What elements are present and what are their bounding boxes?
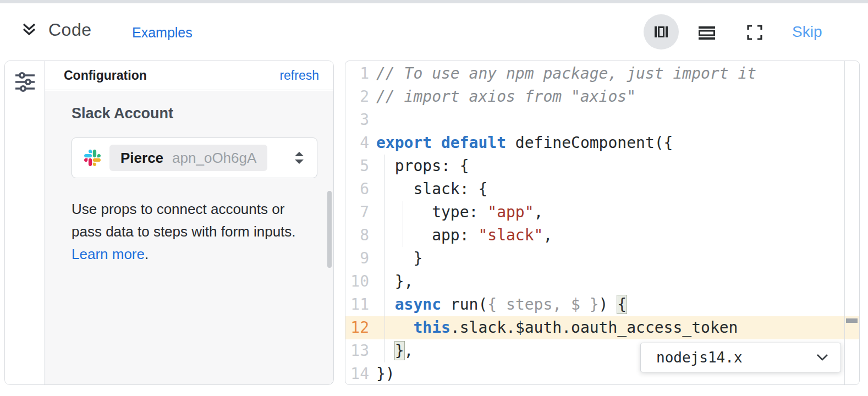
- code-line[interactable]: 8 app: "slack",: [345, 224, 859, 247]
- code-line-text: type: "app",: [376, 201, 859, 224]
- code-line[interactable]: 5 props: {: [345, 155, 859, 178]
- refresh-link[interactable]: refresh: [279, 68, 319, 83]
- code-line-text: props: {: [376, 155, 859, 178]
- slack-logo-icon: [84, 150, 101, 166]
- chevron-down-icon: [816, 354, 828, 361]
- code-line[interactable]: 7 type: "app",: [345, 201, 859, 224]
- line-number: 5: [345, 155, 376, 178]
- slack-account-label: Slack Account: [72, 105, 333, 122]
- configuration-panel: Configuration refresh Slack Account Pier…: [4, 61, 334, 385]
- code-editor-panel[interactable]: 1// To use any npm package, just import …: [345, 61, 860, 385]
- slack-account-select[interactable]: Pierce apn_oOh6gA: [72, 138, 317, 178]
- indent-guide: [384, 155, 385, 362]
- line-number: 6: [345, 178, 376, 201]
- code-line-text: slack: {: [376, 178, 859, 201]
- collapse-step-button[interactable]: [20, 21, 39, 40]
- runtime-select[interactable]: nodejs14.x: [640, 343, 841, 372]
- line-number: 1: [345, 62, 376, 85]
- code-line-text: [376, 108, 859, 131]
- config-header: Configuration refresh: [45, 61, 333, 90]
- code-line[interactable]: 11 async run({ steps, $ }) {: [345, 293, 859, 316]
- double-chevron-down-icon: [20, 21, 39, 40]
- code-line[interactable]: 6 slack: {: [345, 178, 859, 201]
- header-bar: Code Examples Skip: [0, 3, 868, 61]
- sliders-icon: [13, 70, 37, 94]
- code-line[interactable]: 9 }: [345, 247, 859, 270]
- code-line-text: app: "slack",: [376, 224, 859, 247]
- line-number: 13: [345, 339, 376, 362]
- code-line-text: },: [376, 270, 859, 293]
- code-line-text: export default defineComponent({: [376, 131, 859, 155]
- line-number: 4: [345, 131, 376, 155]
- config-title: Configuration: [64, 68, 147, 83]
- help-text: Use props to connect accounts or pass da…: [72, 198, 312, 266]
- help-text-body: Use props to connect accounts or pass da…: [72, 201, 296, 240]
- line-number: 8: [345, 224, 376, 247]
- account-pill: Pierce apn_oOh6gA: [109, 145, 267, 171]
- line-number: 14: [345, 362, 376, 385]
- split-view-button[interactable]: [644, 14, 679, 50]
- code-line[interactable]: 2// import axios from "axios": [345, 85, 859, 108]
- columns-layout-icon: [652, 23, 670, 41]
- fullscreen-icon: [746, 24, 763, 41]
- config-body: Slack Account Pierce apn_oOh6gA: [45, 91, 333, 384]
- account-token: apn_oOh6gA: [172, 150, 256, 167]
- account-name: Pierce: [120, 150, 163, 167]
- code-line-text: async run({ steps, $ }) {: [376, 293, 859, 316]
- code-line[interactable]: 10 },: [345, 270, 859, 293]
- code-line[interactable]: 3: [345, 108, 859, 131]
- line-number: 12: [345, 316, 376, 339]
- line-number: 3: [345, 108, 376, 131]
- indent-guide: [403, 201, 403, 247]
- config-main: Configuration refresh Slack Account Pier…: [45, 61, 333, 384]
- fullscreen-button[interactable]: [744, 23, 766, 42]
- code-line[interactable]: 12 this.slack.$auth.oauth_access_token: [345, 316, 859, 339]
- code-line-text: // import axios from "axios": [376, 85, 859, 108]
- page-title: Code: [48, 20, 92, 40]
- page: Code Examples Skip: [0, 0, 868, 396]
- select-updown-icon: [294, 151, 305, 165]
- learn-more-link[interactable]: Learn more: [72, 246, 145, 262]
- rows-layout-icon: [697, 24, 717, 41]
- line-number: 11: [345, 293, 376, 316]
- config-scrollbar-thumb[interactable]: [327, 191, 332, 268]
- overview-ruler-border: [844, 61, 845, 384]
- examples-link[interactable]: Examples: [132, 25, 193, 41]
- code-line[interactable]: 4export default defineComponent({: [345, 131, 859, 155]
- code-line-text: this.slack.$auth.oauth_access_token: [376, 316, 859, 339]
- runtime-label: nodejs14.x: [656, 349, 743, 366]
- skip-button[interactable]: Skip: [792, 23, 822, 41]
- code-line-text: }: [376, 247, 859, 270]
- code-lines: 1// To use any npm package, just import …: [345, 62, 859, 385]
- code-line-text: // To use any npm package, just import i…: [376, 62, 859, 85]
- line-number: 2: [345, 85, 376, 108]
- stacked-view-button[interactable]: [696, 23, 718, 42]
- line-number: 10: [345, 270, 376, 293]
- line-number: 9: [345, 247, 376, 270]
- line-number: 7: [345, 201, 376, 224]
- code-line[interactable]: 1// To use any npm package, just import …: [345, 62, 859, 85]
- config-icon-sidebar: [5, 61, 45, 384]
- overview-ruler-cursor-mark: [846, 318, 858, 323]
- help-text-suffix: .: [145, 246, 149, 262]
